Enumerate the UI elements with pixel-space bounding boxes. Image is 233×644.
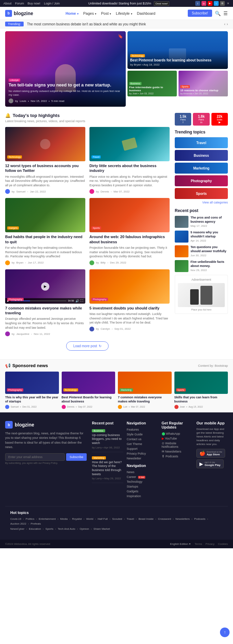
hot-tag[interactable]: Royalist <box>72 517 82 520</box>
youtube-stat[interactable]: 22k Subs ▶ <box>211 113 228 126</box>
hero-bottom-left-card[interactable]: Business Five intermediate guide to busi… <box>127 71 177 96</box>
hot-tag[interactable]: Half Full <box>98 517 108 520</box>
about-link[interactable]: About <box>3 2 12 5</box>
footer-nav-features[interactable]: Features <box>127 428 158 431</box>
footer-nav-support[interactable]: Support <box>127 447 158 450</box>
footer-notifications[interactable]: ⊙ Website Notifications <box>162 442 193 448</box>
hero-top-right-card[interactable]: Technology Best Pinterest boards for lea… <box>127 31 228 69</box>
article-card[interactable]: ▶ ▶ 04:58 🔊 ⛶ Photography 7 common mista… <box>5 269 85 336</box>
footer-nav-theme[interactable]: Get Theme <box>127 442 158 446</box>
instagram-icon[interactable]: in <box>201 1 206 6</box>
app-store-button[interactable]: 🍎 Download on the App Store <box>196 449 225 458</box>
hot-tag[interactable]: Sports <box>46 527 53 530</box>
forum-link[interactable]: Forum <box>15 2 24 5</box>
sponsored-card[interactable]: Technology Best Pinterest Boards for lea… <box>62 372 115 409</box>
view-all-categories[interactable]: View all categories <box>175 201 228 204</box>
subscribe-button[interactable]: Subscribe! <box>188 10 212 17</box>
hot-tag[interactable]: Education <box>29 527 41 530</box>
footer-nav-news[interactable]: News <box>127 470 158 474</box>
prev-icon[interactable]: ‹ <box>224 22 225 26</box>
footer-podcasts[interactable]: 🎙 Podcasts <box>162 455 193 458</box>
privacy-link[interactable]: Privacy <box>206 542 214 546</box>
footer-nav-career[interactable]: Career 2 Job <box>127 475 158 479</box>
hot-tag[interactable]: Beast Inside <box>138 517 154 520</box>
instagram-stat[interactable]: 1.8k Fans in <box>193 113 209 126</box>
next-icon[interactable]: › <box>227 22 228 26</box>
terms-link[interactable]: Terms <box>195 542 202 546</box>
hero-main-card[interactable]: 🔖 Lifestyle Ten tell-tale signs you need… <box>5 31 126 107</box>
article-card[interactable]: Sports Around the web: 20 fabulous infog… <box>89 198 170 265</box>
nav-dashboard[interactable]: Dashboard <box>137 11 156 15</box>
hot-tag[interactable]: Covid-19 <box>10 517 21 520</box>
hot-tag[interactable]: World <box>86 517 93 520</box>
trending-topic-travel[interactable]: Travel <box>175 137 228 148</box>
nav-pages[interactable]: Pages ▾ <box>83 11 96 15</box>
trending-topic-business[interactable]: Business <box>175 150 228 161</box>
twitter-icon[interactable]: t <box>214 1 219 6</box>
login-link[interactable]: Login / Join <box>44 2 60 5</box>
hero-bottom-right-card[interactable]: Sports 15 reasons to choose startup by A… <box>179 71 228 96</box>
hot-tag[interactable]: Auction 2022 <box>10 522 26 525</box>
recent-post-item[interactable]: Ten questions you should answer truthful… <box>175 245 228 257</box>
close-icon[interactable]: ✕ <box>227 2 230 5</box>
buy-link[interactable]: Buy now! <box>28 2 40 5</box>
nav-home[interactable]: Home ▾ <box>65 11 78 15</box>
hot-tag[interactable]: Politics <box>26 517 34 520</box>
footer-nav-startups[interactable]: Startups <box>127 485 158 488</box>
footer-recent-item[interactable]: Business Up-coming business bloggers, yo… <box>92 428 123 452</box>
menu-icon[interactable]: ☰ <box>223 11 228 16</box>
nav-lifestyle[interactable]: Lifestyle ▾ <box>116 11 132 15</box>
footer-nav-gadgets[interactable]: Gadgets <box>127 490 158 493</box>
cookies-link[interactable]: Cookies <box>218 542 228 546</box>
footer-subscribe-button[interactable]: Subscribe <box>66 453 87 461</box>
hot-tag[interactable]: Travel <box>126 517 134 520</box>
recent-post-item[interactable]: The pros and cons of business agency May… <box>175 216 228 228</box>
recent-post-item[interactable]: Five unbelievable facts about money. Nov… <box>175 260 228 272</box>
hot-tag[interactable]: NewsCyber <box>10 527 24 530</box>
article-card[interactable]: Photography 5 investment doubts you shou… <box>89 269 170 336</box>
trending-topic-photography[interactable]: Photography <box>175 175 228 186</box>
trending-topic-sports[interactable]: Sports <box>175 188 228 199</box>
footer-youtube[interactable]: ▶ YouTube <box>162 437 193 440</box>
sponsored-card[interactable]: Marketing 7 common mistakes everyone mak… <box>118 372 172 409</box>
footer-newsletters[interactable]: ✉ Newsletters <box>162 450 193 453</box>
volume-icon[interactable]: 🔊 <box>75 299 79 303</box>
play-store-button[interactable]: ▶ GET IT ON Google Play <box>196 459 223 468</box>
footer-recent-item[interactable]: Marketing How did we get here? The histo… <box>92 455 123 483</box>
language-selector[interactable]: English Edition ▾ <box>170 542 191 546</box>
footer-nav-tech[interactable]: Technology <box>127 480 158 483</box>
sponsored-card[interactable]: Photography This is why this year will b… <box>5 372 59 409</box>
fullscreen-icon[interactable]: ⛶ <box>81 299 83 302</box>
facebook-icon[interactable]: f <box>195 1 200 6</box>
hot-tag[interactable]: Opinion <box>79 527 89 530</box>
trending-topic-marketing[interactable]: Marketing <box>175 163 228 174</box>
hot-tag[interactable]: Prefeats <box>31 522 41 525</box>
ad-visual[interactable] <box>178 283 225 307</box>
hot-tag[interactable]: Entertainment <box>39 517 56 520</box>
hot-tag[interactable]: Media <box>60 517 68 520</box>
article-card[interactable]: Gadgets Bad habits that people in the in… <box>5 198 85 265</box>
hot-tag[interactable]: Podcasts <box>194 517 206 520</box>
footer-nav-style[interactable]: Style Guide <box>127 433 158 436</box>
article-card[interactable]: Travel Dirty little secrets about the bu… <box>89 127 170 194</box>
footer-nav-contact[interactable]: Contact us <box>127 437 158 441</box>
hot-tag[interactable]: Share Market <box>94 527 110 530</box>
hot-tag[interactable]: Tech And Auto <box>58 527 75 530</box>
youtube-icon[interactable]: ▶ <box>208 1 212 6</box>
recent-post-item[interactable]: 5 reasons why you shouldn't startup Apr … <box>175 231 228 243</box>
deal-badge[interactable]: Deal now! <box>154 1 170 6</box>
logo[interactable]: b blogzine <box>5 10 33 17</box>
play-button[interactable]: ▶ <box>41 282 49 291</box>
hot-tag[interactable]: Crossword <box>158 517 171 520</box>
bookmark-icon[interactable]: 🔖 <box>118 34 123 39</box>
footer-logo[interactable]: b blogzine <box>5 421 87 429</box>
nav-post[interactable]: Post ▾ <box>101 11 111 15</box>
footer-whatsapp[interactable]: ⬤ WhatsApp <box>162 432 193 435</box>
rss-icon[interactable]: ⊞ <box>220 1 225 6</box>
hot-tag[interactable]: Scouted <box>112 517 122 520</box>
footer-nav-inspiration[interactable]: Inspiration <box>127 494 158 498</box>
search-icon[interactable]: 🔍 <box>215 11 221 16</box>
footer-email-input[interactable] <box>5 453 65 461</box>
footer-nav-newsletter[interactable]: Newsletter <box>127 457 158 460</box>
hot-tag[interactable]: Newsletters <box>175 517 190 520</box>
